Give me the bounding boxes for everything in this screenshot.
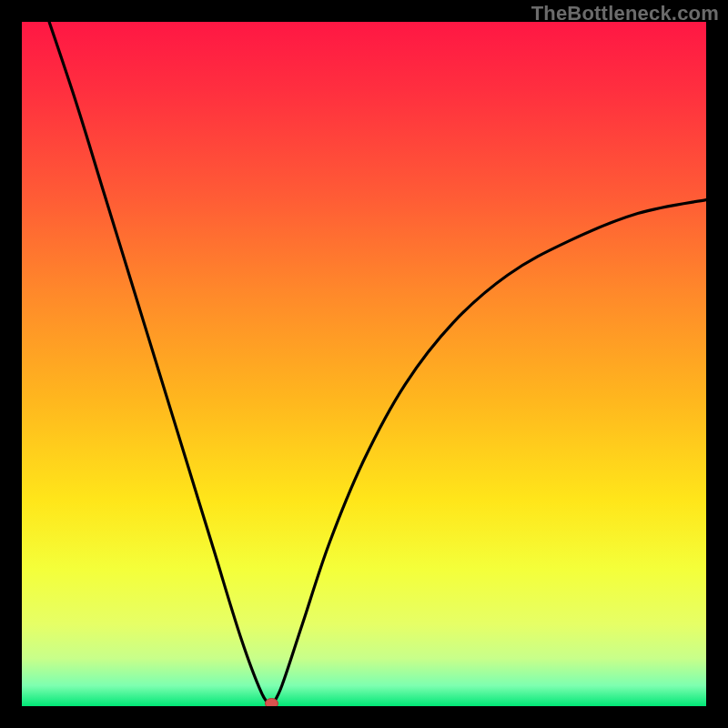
watermark-text: TheBottleneck.com	[531, 2, 719, 25]
plot-area	[22, 22, 706, 709]
bottleneck-plot	[0, 0, 728, 728]
gradient-background	[22, 22, 706, 706]
chart-stage: TheBottleneck.com	[0, 0, 728, 728]
